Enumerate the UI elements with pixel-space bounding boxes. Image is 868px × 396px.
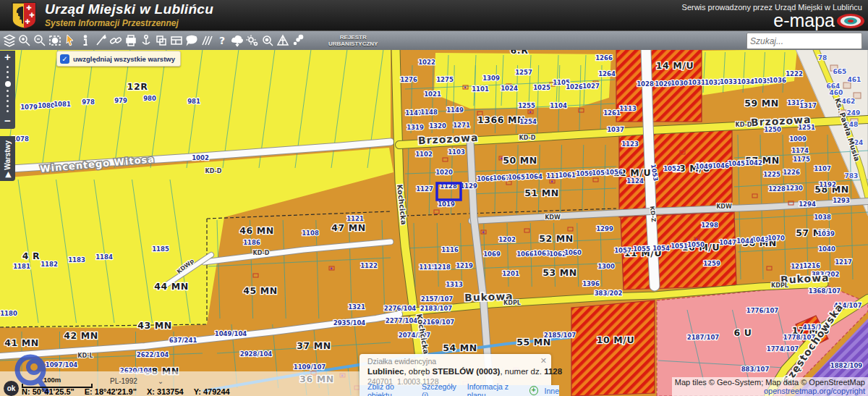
zoom-in-button[interactable]: +: [0, 52, 15, 62]
attribution-link[interactable]: openstreetmap.org/copyright: [675, 387, 865, 395]
svg-text:✚: ✚: [25, 18, 30, 25]
link-icon: [109, 34, 122, 47]
copy-button[interactable]: [153, 32, 169, 49]
layers-panel-tab[interactable]: ▶ Warstwy: [0, 136, 15, 181]
search-plus-button[interactable]: [260, 32, 275, 49]
info-action-3[interactable]: Informacja z planu: [467, 382, 523, 396]
address-point: [464, 87, 467, 89]
measure-button[interactable]: [199, 32, 214, 49]
prism-button[interactable]: [275, 32, 290, 49]
map-label: 53 MN: [542, 267, 577, 278]
map-label: 1070: [767, 235, 785, 242]
map-label: 1396: [582, 280, 600, 287]
checkbox-checked-icon[interactable]: ✓: [60, 54, 69, 64]
map-label: 1148: [420, 109, 438, 116]
info-action-4[interactable]: Inne: [545, 387, 559, 395]
draw-button[interactable]: [93, 32, 108, 49]
prism-icon: [276, 34, 289, 47]
status-bar: ok 100m PL-1992⌄ N: 50°41'25.5"E: 18°42'…: [0, 371, 359, 396]
map-label: 1319: [407, 124, 424, 131]
select-area-icon: [48, 34, 61, 47]
points-button[interactable]: [290, 32, 305, 49]
info-action-2[interactable]: Szczegóły (i): [422, 382, 461, 396]
help-button[interactable]: ?: [214, 32, 229, 49]
map-label: 41 MN: [4, 337, 39, 348]
rejestr-urbanistyczny-button[interactable]: REJESTR URBANISTYCZNY: [324, 32, 382, 49]
map-label: 1104: [550, 102, 567, 109]
map-label: 50 MN: [503, 155, 537, 166]
map-viewport[interactable]: 12R6.R4 R44 MN41 MN42 MN43 MN38 MN46 MN4…: [0, 49, 868, 396]
map-label: KDPL: [771, 282, 788, 289]
map-label: 1293: [833, 197, 850, 204]
layout-button[interactable]: [169, 32, 184, 49]
map-label: 1192: [819, 181, 836, 188]
map-label: 1225: [763, 171, 780, 178]
print-button[interactable]: [123, 32, 138, 49]
map-label: 1255: [518, 102, 535, 109]
map-label: 1061: [558, 172, 576, 179]
map-label: KD-D: [253, 250, 270, 256]
chevron-down-icon[interactable]: ⌄: [158, 377, 163, 385]
map-label: 1230: [786, 185, 803, 192]
ok-badge[interactable]: ok: [4, 381, 19, 396]
map-label: 383/202: [595, 290, 623, 297]
close-icon[interactable]: ✕: [540, 356, 547, 366]
map-label: 4 R: [22, 250, 40, 261]
add-icon[interactable]: +: [529, 386, 538, 395]
map-label: KDW: [545, 214, 561, 221]
map-canvas[interactable]: 12R6.R4 R44 MN41 MN42 MN43 MN38 MN46 MN4…: [0, 49, 868, 396]
info-button[interactable]: [77, 32, 93, 49]
map-label: 10 M/U: [597, 334, 635, 345]
map-label: 1124: [626, 177, 644, 185]
map-label: 1116: [441, 246, 459, 253]
map-label: 1219: [456, 262, 473, 269]
all-layers-checkbox[interactable]: ✓ uwzględniaj wszystkie warstwy: [56, 51, 181, 67]
zoom-in-button[interactable]: [17, 32, 32, 49]
zoom-out-button[interactable]: [32, 32, 47, 49]
map-label: 978: [82, 98, 95, 106]
map-label: 54 MN: [443, 342, 477, 353]
coordinates-readout: N: 50°41'25.5"E: 18°42'21.9"X: 313754Y: …: [22, 387, 240, 396]
map-label: 2928/104: [240, 350, 273, 358]
zoom-slider[interactable]: [5, 66, 11, 112]
zoom-out-button[interactable]: −: [0, 116, 15, 126]
map-label: 1103: [448, 148, 465, 156]
settings-button[interactable]: [244, 32, 260, 49]
parcel-headline: Lubliniec, obręb STEBLÓW (0003), numer d…: [367, 367, 562, 376]
emapa-globe-icon: [836, 13, 865, 29]
info-action-1[interactable]: Zbliż do obiektu: [367, 382, 415, 396]
pin-button[interactable]: [138, 32, 153, 49]
map-label: 1102: [415, 151, 433, 158]
link-button[interactable]: [108, 32, 123, 49]
map-label: 1021: [424, 90, 441, 98]
map-label: 1056: [605, 169, 623, 176]
coord-x: X: 313754: [147, 387, 184, 396]
map-label: 1222: [786, 70, 803, 77]
map-label: KDPL: [503, 300, 521, 306]
map-label: 2185/107: [544, 332, 576, 339]
select-area-button[interactable]: [47, 32, 62, 49]
map-label: 2157/107: [421, 295, 454, 303]
crs-selector[interactable]: PL-1992⌄: [110, 377, 163, 385]
map-label: 1079: [20, 104, 38, 111]
cloud-button[interactable]: [229, 32, 244, 49]
layers-button[interactable]: [1, 32, 17, 49]
address-point: [331, 268, 333, 270]
search-input[interactable]: [747, 36, 867, 46]
layout-icon: [170, 34, 183, 47]
balloon-button[interactable]: [184, 32, 199, 49]
map-label: 1024: [501, 85, 518, 92]
parcel-headline-part: STEBLÓW (0003): [432, 367, 500, 376]
map-label: 1321: [348, 303, 365, 311]
page-subtitle: System Informacji Przestrzennej: [45, 18, 213, 28]
map-label: 1226: [783, 169, 800, 176]
register-line1: REJESTR: [328, 34, 378, 41]
all-layers-checkbox-label: uwzględniaj wszystkie warstwy: [73, 55, 175, 63]
map-label: 1043: [752, 236, 769, 243]
map-label: 460: [830, 89, 843, 96]
address-point: [551, 181, 553, 183]
crs-value: PL-1992: [110, 377, 137, 385]
cursor-button[interactable]: [62, 32, 77, 49]
map-label: 1298: [701, 222, 718, 229]
map-label: 1149: [446, 106, 464, 114]
